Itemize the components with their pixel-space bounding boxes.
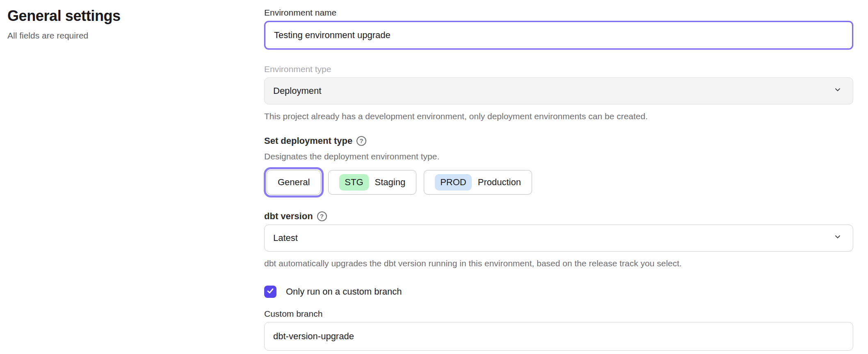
settings-form: Environment name Environment type Deploy… (264, 0, 853, 351)
deployment-type-label: Set deployment type ? (264, 136, 853, 146)
page-subtitle: All fields are required (7, 31, 264, 41)
deployment-type-description: Designates the deployment environment ty… (264, 152, 853, 161)
staging-badge: STG (339, 174, 368, 191)
staging-option-label: Staging (375, 177, 406, 188)
chevron-down-icon (834, 233, 842, 243)
environment-name-label-text: Environment name (264, 7, 336, 18)
deployment-type-label-text: Set deployment type (264, 136, 352, 146)
page-title: General settings (7, 7, 264, 25)
environment-name-input[interactable] (264, 21, 853, 50)
general-option-label: General (278, 177, 310, 188)
section-header: General settings All fields are required (0, 0, 264, 351)
environment-type-helper: This project already has a development e… (264, 111, 853, 122)
custom-branch-checkbox[interactable] (264, 286, 276, 298)
dbt-version-field: dbt version ? Latest dbt automatically u… (264, 211, 853, 269)
custom-branch-field: Custom branch (264, 309, 853, 351)
deployment-type-general-button[interactable]: General (267, 170, 321, 195)
dbt-version-selected-value: Latest (273, 233, 298, 243)
help-icon[interactable]: ? (317, 211, 327, 221)
dbt-version-label-text: dbt version (264, 211, 313, 222)
deployment-type-field: Set deployment type ? Designates the dep… (264, 136, 853, 197)
custom-branch-input[interactable] (264, 322, 853, 351)
environment-type-field: Environment type Deployment This project… (264, 64, 853, 122)
check-icon (266, 287, 274, 297)
custom-branch-toggle-row: Only run on a custom branch (264, 286, 853, 298)
custom-branch-label: Custom branch (264, 309, 853, 319)
chevron-down-icon (834, 86, 842, 96)
dbt-version-helper: dbt automatically upgrades the dbt versi… (264, 258, 853, 269)
environment-name-label: Environment name (264, 7, 853, 18)
production-badge: PROD (435, 174, 472, 191)
production-option-label: Production (478, 177, 521, 188)
custom-branch-label-text: Custom branch (264, 309, 322, 319)
deployment-type-options: General STG Staging PROD Production (264, 168, 853, 197)
environment-type-label: Environment type (264, 64, 853, 75)
general-settings-page: General settings All fields are required… (0, 0, 868, 351)
help-icon[interactable]: ? (356, 136, 366, 146)
custom-branch-checkbox-label: Only run on a custom branch (286, 286, 402, 297)
environment-type-selected-value: Deployment (273, 86, 321, 96)
dbt-version-select[interactable]: Latest (264, 225, 853, 252)
environment-type-select[interactable]: Deployment (264, 77, 853, 104)
deployment-type-production-button[interactable]: PROD Production (424, 170, 532, 195)
environment-name-field: Environment name (264, 7, 853, 50)
environment-type-label-text: Environment type (264, 64, 331, 75)
dbt-version-label: dbt version ? (264, 211, 853, 222)
deployment-type-staging-button[interactable]: STG Staging (328, 170, 416, 195)
